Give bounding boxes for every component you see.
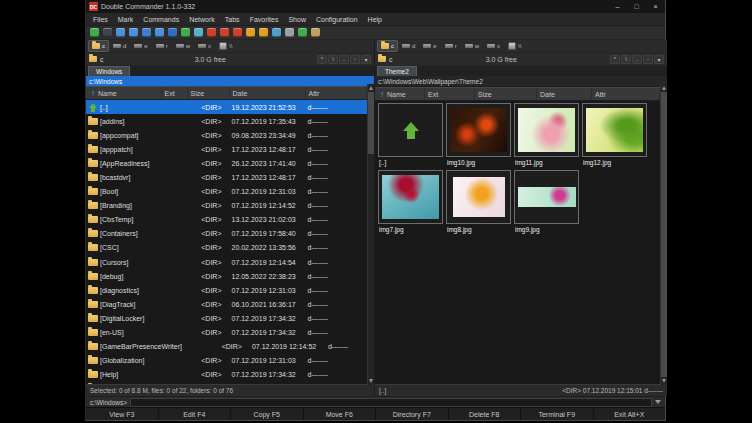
thumbnail-item[interactable]: img10.jpg <box>446 103 511 167</box>
file-row[interactable]: [debug]<DIR>12.05.2022 22:38:23d------- <box>86 269 367 283</box>
file-row[interactable]: [diagnostics]<DIR>07.12.2019 12:31:03d--… <box>86 283 367 297</box>
file-row[interactable]: [CbsTemp]<DIR>13.12.2023 21:02:03d------… <box>86 213 367 227</box>
file-row[interactable]: [IdentityCRL]<DIR>07.12.2019 12:31:03d--… <box>86 382 367 384</box>
menu-item-help[interactable]: Help <box>363 16 387 23</box>
drive-button-w[interactable]: w <box>462 41 482 51</box>
drive-button-x[interactable]: x <box>195 41 214 51</box>
menu-item-favorites[interactable]: Favorites <box>245 16 284 23</box>
drive-button-r[interactable]: r <box>442 41 460 51</box>
file-row[interactable]: [Containers]<DIR>07.12.2019 17:58:40d---… <box>86 227 367 241</box>
file-row[interactable]: [Help]<DIR>07.12.2019 17:34:32d------- <box>86 368 367 382</box>
terminal-icon[interactable] <box>103 28 112 37</box>
left-drive-combo[interactable]: c <box>89 56 104 63</box>
sync-dirs-icon[interactable] <box>246 28 255 37</box>
tab-theme2[interactable]: Theme2 <box>377 66 417 76</box>
minimize-button[interactable]: – <box>608 0 627 13</box>
file-row[interactable]: [en-US]<DIR>07.12.2019 17:34:32d------- <box>86 326 367 340</box>
scroll-thumb[interactable] <box>661 92 667 377</box>
drive-button-d[interactable]: d <box>110 41 129 51</box>
thumbnail-item[interactable]: img7.jpg <box>378 170 443 234</box>
multi-rename-icon[interactable] <box>298 28 307 37</box>
function-button-f5[interactable]: Copy F5 <box>231 408 304 420</box>
brief-view-icon[interactable] <box>129 28 138 37</box>
column-header-date[interactable]: Date <box>537 88 592 100</box>
file-row[interactable]: [addins]<DIR>07.12.2019 17:35:43d------- <box>86 114 367 128</box>
column-header-date[interactable]: Date <box>230 87 306 99</box>
drive-button-x[interactable]: x <box>484 41 503 51</box>
column-header-size[interactable]: Size <box>188 87 230 99</box>
edit-icon[interactable] <box>311 28 320 37</box>
function-button-f9[interactable]: Terminal F9 <box>521 408 594 420</box>
scroll-down-icon[interactable] <box>369 379 373 383</box>
root-dir-button[interactable]: \ <box>621 55 631 64</box>
drive-button-e[interactable]: e <box>131 41 150 51</box>
history-dropdown-button[interactable]: ▾ <box>654 55 664 64</box>
column-header-ext[interactable]: Ext <box>162 87 188 99</box>
column-header-attr[interactable]: Attr <box>306 87 368 99</box>
column-header-ext[interactable]: Ext <box>425 88 475 100</box>
function-button-f3[interactable]: View F3 <box>86 408 159 420</box>
pack-icon[interactable] <box>207 28 216 37</box>
file-row[interactable]: [..]<DIR>19.12.2023 21:52:53d------- <box>86 100 367 114</box>
function-button-f4[interactable]: Edit F4 <box>159 408 232 420</box>
menu-item-files[interactable]: Files <box>88 16 113 23</box>
file-row[interactable]: [CSC]<DIR>20.02.2022 13:35:56d------- <box>86 241 367 255</box>
function-button-f6[interactable]: Move F6 <box>304 408 377 420</box>
menu-item-network[interactable]: Network <box>184 16 220 23</box>
file-row[interactable]: [Globalization]<DIR>07.12.2019 12:31:03d… <box>86 354 367 368</box>
title-bar[interactable]: DC Double Commander 1.1.0-332 – □ × <box>86 0 665 13</box>
tab-windows[interactable]: Windows <box>88 66 130 76</box>
network-drive-button[interactable]: \\ <box>505 41 524 51</box>
refresh-icon[interactable] <box>90 28 99 37</box>
search-icon[interactable] <box>285 28 294 37</box>
drive-button-c[interactable]: c <box>378 41 397 51</box>
drive-button-r[interactable]: r <box>153 41 171 51</box>
thumbnail-item[interactable]: img8.jpg <box>446 170 511 234</box>
file-row[interactable]: [Boot]<DIR>07.12.2019 12:31:03d------- <box>86 185 367 199</box>
left-scrollbar[interactable] <box>367 84 374 385</box>
scroll-up-icon[interactable] <box>369 86 373 90</box>
column-header-size[interactable]: Size <box>475 88 537 100</box>
menu-item-show[interactable]: Show <box>283 16 311 23</box>
file-row[interactable]: [appcompat]<DIR>09.08.2023 23:34:49d----… <box>86 128 367 142</box>
function-button-alt+x[interactable]: Exit Alt+X <box>594 408 666 420</box>
menu-item-configuration[interactable]: Configuration <box>311 16 363 23</box>
drive-button-e[interactable]: e <box>420 41 439 51</box>
right-drive-combo[interactable]: c <box>378 56 393 63</box>
scroll-down-icon[interactable] <box>662 379 666 383</box>
target-equals-source-icon[interactable] <box>181 28 190 37</box>
file-row[interactable]: [Cursors]<DIR>07.12.2019 12:14:54d------… <box>86 255 367 269</box>
drive-button-c[interactable]: c <box>89 41 108 51</box>
thumbnail-item[interactable]: img12.jpg <box>582 103 647 167</box>
menu-item-mark[interactable]: Mark <box>113 16 139 23</box>
compare-contents-icon[interactable] <box>272 28 281 37</box>
root-dir-button[interactable]: \ <box>328 55 338 64</box>
swap-panels-icon[interactable] <box>168 28 177 37</box>
thumbnail-item[interactable]: img9.jpg <box>514 170 579 234</box>
drive-button-d[interactable]: d <box>399 41 418 51</box>
file-row[interactable]: [AppReadiness]<DIR>26.12.2023 17:41:40d-… <box>86 156 367 170</box>
favorites-button[interactable]: * <box>610 55 620 64</box>
parent-dir-button[interactable]: .. <box>339 55 349 64</box>
function-button-f7[interactable]: Directory F7 <box>376 408 449 420</box>
function-button-f8[interactable]: Delete F8 <box>449 408 522 420</box>
maximize-button[interactable]: □ <box>627 0 646 13</box>
scroll-thumb[interactable] <box>368 92 374 154</box>
left-path-bar[interactable]: c:\Windows <box>86 76 374 86</box>
file-row[interactable]: [Branding]<DIR>07.12.2019 12:14:52d-----… <box>86 199 367 213</box>
file-row[interactable]: [DiagTrack]<DIR>06.10.2021 16:36:17d----… <box>86 297 367 311</box>
favorites-button[interactable]: * <box>317 55 327 64</box>
extract-icon[interactable] <box>220 28 229 37</box>
file-row[interactable]: [bcastdvr]<DIR>17.12.2023 12:48:17d-----… <box>86 170 367 184</box>
column-header-name[interactable]: ↑Name <box>86 87 162 99</box>
test-archive-icon[interactable] <box>233 28 242 37</box>
right-scrollbar[interactable] <box>660 84 667 385</box>
minimize-path-button[interactable]: - <box>350 55 360 64</box>
parent-dir-button[interactable]: .. <box>632 55 642 64</box>
column-header-name[interactable]: ↑Name <box>375 88 425 100</box>
full-view-icon[interactable] <box>142 28 151 37</box>
file-row[interactable]: [GameBarPresenceWriter]<DIR>07.12.2019 1… <box>86 340 367 354</box>
close-button[interactable]: × <box>646 0 665 13</box>
thumbnail-item[interactable]: img11.jpg <box>514 103 579 167</box>
menu-item-tabs[interactable]: Tabs <box>220 16 245 23</box>
